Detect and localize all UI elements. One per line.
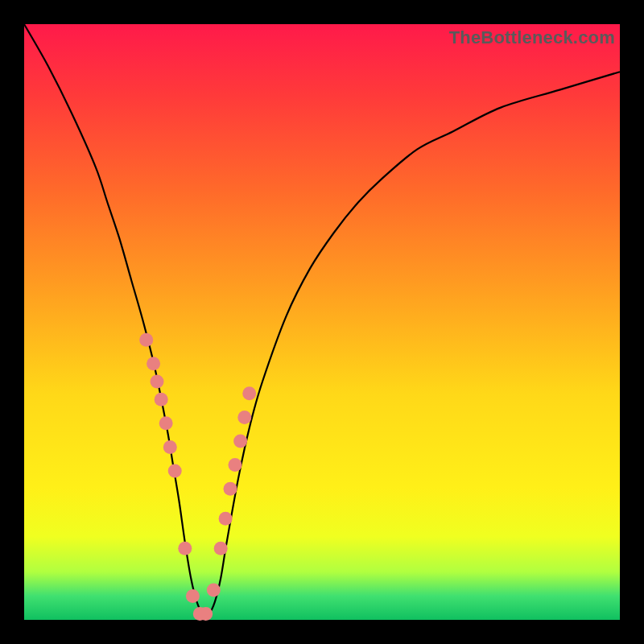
marker-point [219, 512, 233, 526]
marker-point [163, 440, 177, 454]
marker-point [228, 458, 242, 472]
marker-point [242, 386, 256, 400]
marker-point [233, 435, 247, 448]
marker-point [168, 464, 182, 478]
marker-point [199, 607, 213, 621]
marker-point [224, 482, 237, 496]
marker-point [155, 393, 168, 407]
marker-point [159, 416, 173, 430]
marker-point [237, 411, 251, 424]
marker-point [139, 333, 153, 347]
marker-point [178, 542, 192, 555]
marker-point [147, 357, 160, 370]
bottleneck-curve [24, 24, 620, 615]
marker-point [214, 542, 228, 555]
marker-point [186, 589, 200, 603]
chart-svg [24, 24, 620, 620]
marker-point [207, 584, 221, 597]
chart-plot-area: TheBottleneck.com [24, 24, 620, 620]
marker-point [151, 375, 164, 389]
